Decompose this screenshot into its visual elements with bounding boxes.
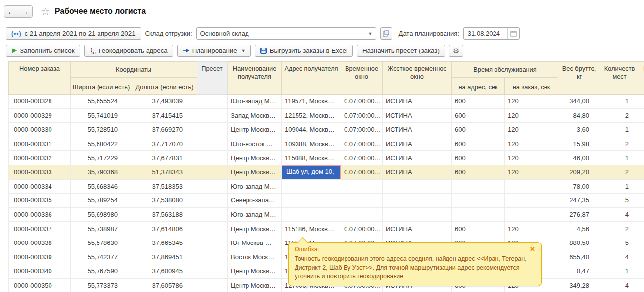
cell-latitude[interactable]: 55,742377 <box>71 250 132 264</box>
cell-time-window[interactable]: 0.07:00:00… <box>341 165 383 179</box>
cell-time-window[interactable]: 0.07:00:00… <box>341 95 383 109</box>
cell-recipient-name[interactable]: Северо-запа… <box>228 194 282 208</box>
cell-service-per-order[interactable] <box>505 179 558 194</box>
table-row[interactable]: 0000-00033655,69898037,563188Юго-запад М… <box>9 207 644 222</box>
cell-longitude[interactable]: 37,415415 <box>132 108 197 123</box>
cell-recipient-address[interactable] <box>282 179 341 194</box>
table-row[interactable]: 0000-00032855,65552437,493039Юго-запад М… <box>9 95 644 109</box>
col-header-longitude[interactable]: Долгота (если есть) <box>132 78 197 95</box>
cell-extra[interactable] <box>639 222 644 236</box>
cell-latitude[interactable]: 55,578630 <box>71 236 132 250</box>
cell-time-window[interactable] <box>341 207 383 222</box>
cell-order-number[interactable]: 0000-000335 <box>9 194 71 208</box>
cell-order-number[interactable]: 0000-000329 <box>9 108 71 123</box>
cell-latitude[interactable]: 55,728510 <box>71 123 132 137</box>
cell-service-per-address[interactable] <box>452 179 505 194</box>
col-header-coordinates[interactable]: Координаты <box>71 62 197 78</box>
warehouse-value[interactable]: Основной склад <box>197 28 365 39</box>
cell-gross-weight[interactable]: 4,56 <box>558 222 600 236</box>
fill-list-button[interactable]: Заполнить список <box>6 45 80 57</box>
cell-preset[interactable] <box>197 165 228 179</box>
cell-latitude[interactable]: 55,789254 <box>71 194 132 208</box>
table-row[interactable]: 0000-00033255,71722937,677831Центр Москв… <box>9 151 644 165</box>
cell-recipient-address[interactable]: 115088, Москв… <box>282 151 341 165</box>
col-header-service-time[interactable]: Время обслуживания <box>452 62 558 78</box>
back-button[interactable]: ← <box>4 6 18 17</box>
cell-longitude[interactable]: 37,563188 <box>132 207 197 222</box>
col-header-service-per-address[interactable]: на адрес, сек <box>452 78 505 95</box>
col-header-order-number[interactable]: Номер заказа <box>9 62 71 95</box>
cell-service-per-order[interactable]: 120 <box>505 95 558 109</box>
cell-extra[interactable] <box>639 179 644 194</box>
col-header-preset[interactable]: Пресет <box>197 62 228 95</box>
cell-extra[interactable] <box>639 236 644 250</box>
cell-service-per-address[interactable]: 600 <box>452 95 505 109</box>
cell-preset[interactable] <box>197 194 228 208</box>
cell-order-number[interactable]: 0000-000336 <box>9 207 71 222</box>
cell-service-per-address[interactable]: 600 <box>452 137 505 151</box>
cell-gross-weight[interactable]: 3,60 <box>558 123 600 137</box>
cell-longitude[interactable]: 37,518353 <box>132 179 197 194</box>
favorite-star-icon[interactable]: ☆ <box>41 6 50 17</box>
cell-time-window[interactable]: 0.07:00:00… <box>341 151 383 165</box>
table-row[interactable]: 0000-00033555,78925437,538080Северо-запа… <box>9 194 644 208</box>
cell-order-number[interactable]: 0000-000330 <box>9 123 71 137</box>
period-button[interactable]: (••) с 21 апреля 2021 по 21 апреля 2021 <box>6 27 141 40</box>
calendar-button[interactable] <box>507 28 519 39</box>
col-header-latitude[interactable]: Широта (если есть) <box>71 78 132 95</box>
cell-extra[interactable] <box>639 95 644 109</box>
table-row[interactable]: 0000-00032955,74101937,415415Запад Москв… <box>9 108 644 123</box>
assign-preset-button[interactable]: Назначить пресет (заказ) <box>357 45 445 57</box>
cell-gross-weight[interactable]: 209,20 <box>558 165 600 179</box>
planning-date-field[interactable]: 31.08.2024 <box>463 27 520 40</box>
cell-longitude[interactable]: 37,614806 <box>132 222 197 236</box>
cell-hard-time-window[interactable]: ИСТИНА <box>383 151 452 165</box>
col-header-extra[interactable]: Н <box>639 62 644 95</box>
cell-hard-time-window[interactable]: ИСТИНА <box>383 123 452 137</box>
cell-extra[interactable] <box>639 207 644 222</box>
cell-service-per-order[interactable] <box>505 194 558 208</box>
cell-recipient-address[interactable]: Шаб ул, дом 10, <box>282 165 341 179</box>
cell-recipient-address[interactable] <box>282 194 341 208</box>
cell-recipient-address[interactable]: 115186, Москв… <box>282 222 341 236</box>
cell-preset[interactable] <box>197 108 228 123</box>
cell-preset[interactable] <box>197 264 228 279</box>
cell-time-window[interactable]: 0.07:00:00… <box>341 123 383 137</box>
cell-time-window[interactable]: 0.07:00:00… <box>341 137 383 151</box>
cell-places-count[interactable]: 5 <box>600 236 639 250</box>
cell-preset[interactable] <box>197 236 228 250</box>
table-row[interactable]: 0000-00033335,79036851,378343Центр Москв… <box>9 165 644 179</box>
cell-recipient-address[interactable]: 119571, Москв… <box>282 95 341 109</box>
cell-recipient-name[interactable]: Юго-запад М… <box>228 179 282 194</box>
cell-extra[interactable] <box>639 278 644 292</box>
cell-places-count[interactable]: 1 <box>600 179 639 194</box>
cell-order-number[interactable]: 0000-000340 <box>9 264 71 279</box>
cell-latitude[interactable]: 55,680422 <box>71 137 132 151</box>
cell-places-count[interactable]: 2 <box>600 137 639 151</box>
cell-preset[interactable] <box>197 250 228 264</box>
cell-gross-weight[interactable]: 78,00 <box>558 179 600 194</box>
planning-date-value[interactable]: 31.08.2024 <box>464 28 507 39</box>
cell-order-number[interactable]: 0000-000337 <box>9 222 71 236</box>
cell-extra[interactable] <box>639 264 644 279</box>
cell-gross-weight[interactable]: 349,28 <box>558 278 600 292</box>
cell-recipient-address[interactable]: 109388, Москв… <box>282 137 341 151</box>
cell-hard-time-window[interactable]: ИСТИНА <box>383 137 452 151</box>
col-header-places-count[interactable]: Количеств мест <box>600 62 639 95</box>
cell-preset[interactable] <box>197 222 228 236</box>
cell-longitude[interactable]: 37,677831 <box>132 151 197 165</box>
cell-extra[interactable] <box>639 250 644 264</box>
cell-recipient-name[interactable]: Центр Москв… <box>228 222 282 236</box>
geocode-button[interactable]: Геокодировать адреса <box>84 45 173 57</box>
col-header-gross-weight[interactable]: Вес брутто, кг <box>558 62 600 95</box>
cell-latitude[interactable]: 55,773373 <box>71 278 132 292</box>
cell-service-per-order[interactable]: 120 <box>505 151 558 165</box>
cell-longitude[interactable]: 37,605786 <box>132 278 197 292</box>
cell-service-per-address[interactable]: 600 <box>452 108 505 123</box>
cell-preset[interactable] <box>197 95 228 109</box>
cell-places-count[interactable]: 4 <box>600 250 639 264</box>
cell-latitude[interactable]: 55,741019 <box>71 108 132 123</box>
cell-recipient-name[interactable]: Юго-восток … <box>228 137 282 151</box>
col-header-time-window[interactable]: Временное окно <box>341 62 383 95</box>
export-excel-button[interactable]: Выгрузить заказы в Excel <box>255 45 353 57</box>
